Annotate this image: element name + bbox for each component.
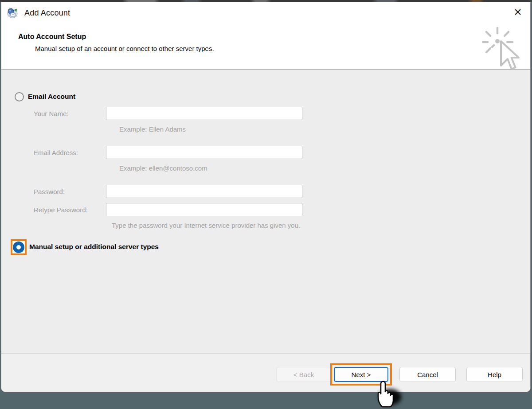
add-account-dialog: Add Account × Auto Account Setup Manual … [1,2,531,392]
window-title: Add Account [24,8,70,18]
password-input[interactable] [106,185,302,198]
manual-setup-radio-label: Manual setup or additional server types [29,243,159,251]
password-label: Password: [34,188,65,195]
password-hint: Type the password your Internet service … [112,222,300,229]
help-button[interactable]: Help [466,367,523,382]
your-name-label: Your Name: [34,110,69,117]
page-title: Auto Account Setup [18,33,86,41]
screen: { "window": { "title": "Add Account", "c… [0,0,532,409]
retype-password-label: Retype Password: [34,206,88,214]
email-address-hint: Example: ellen@contoso.com [119,164,207,172]
close-icon[interactable]: × [510,4,526,20]
page-subtitle: Manual setup of an account or connect to… [35,45,214,52]
click-sparkle-cursor-icon [482,24,527,71]
outlook-account-icon [7,7,18,19]
your-name-hint: Example: Ellen Adams [119,125,186,133]
your-name-input[interactable] [106,107,302,120]
button-bar: < Back Next > Cancel Help [1,354,530,392]
email-address-label: Email Address: [34,149,78,156]
email-account-radio-label: Email Account [28,93,75,101]
manual-setup-radio[interactable] [13,242,24,253]
email-address-input[interactable] [106,146,302,159]
hand-pointer-cursor-icon [373,378,398,409]
retype-password-input[interactable] [106,203,302,216]
email-account-radio[interactable] [15,92,24,101]
cancel-button[interactable]: Cancel [399,367,456,382]
back-button[interactable]: < Back [276,367,331,382]
form-body: Email Account Your Name: Example: Ellen … [1,69,530,354]
